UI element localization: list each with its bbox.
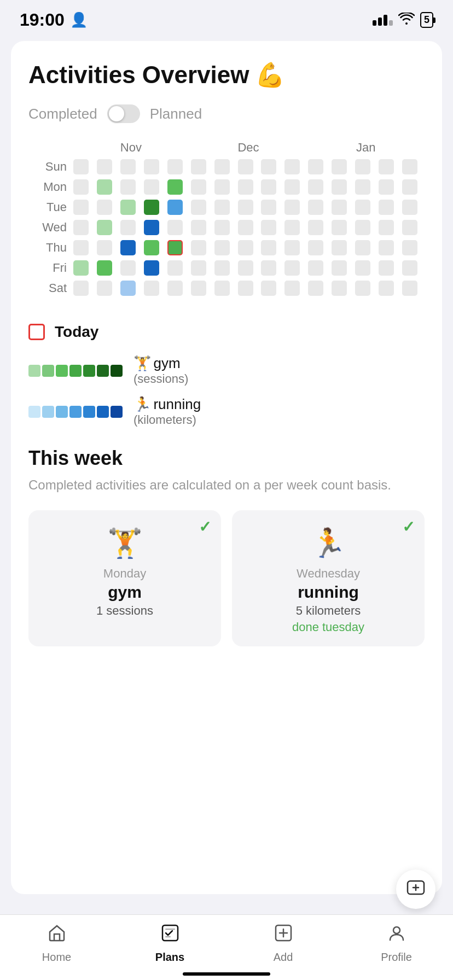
- signal-bars: [373, 15, 393, 26]
- activity-cards: ✓ 🏋️ Monday gym 1 sessions ✓ 🏃 Wednesday…: [28, 510, 425, 646]
- cal-row-sat: Sat: [28, 279, 425, 297]
- toggle-right-label: Planned: [150, 106, 202, 122]
- cal-row-fri: Fri: [28, 259, 425, 277]
- legend-gym: 🏋️ gym (sessions): [28, 355, 425, 386]
- nav-label-plans: Plans: [155, 951, 184, 964]
- gym-card-detail: 1 sessions: [96, 604, 153, 618]
- title-emoji: 💪: [255, 61, 285, 89]
- legend-running: 🏃 running (kilometers): [28, 396, 425, 427]
- nav-item-profile[interactable]: Profile: [340, 923, 453, 964]
- battery-icon: 5: [420, 12, 433, 28]
- plans-icon: [160, 923, 180, 948]
- calendar-section: Nov Dec Jan Sun Mon: [28, 141, 425, 297]
- nav-item-home[interactable]: Home: [0, 923, 113, 964]
- gym-card-emoji: 🏋️: [107, 527, 143, 560]
- this-week-title: This week: [28, 447, 425, 470]
- cal-row-tue: Tue: [28, 199, 425, 216]
- legend-today: Today: [28, 323, 425, 341]
- nav-label-profile: Profile: [381, 951, 412, 964]
- nav-label-add: Add: [274, 951, 293, 964]
- add-icon: [274, 923, 293, 948]
- status-time: 19:00: [20, 10, 65, 30]
- check-icon-gym: ✓: [199, 518, 211, 536]
- month-nov: Nov: [72, 141, 190, 155]
- nav-item-add[interactable]: Add: [226, 923, 340, 964]
- gym-card-day: Monday: [103, 567, 146, 581]
- activity-card-running[interactable]: ✓ 🏃 Wednesday running 5 kilometers done …: [232, 510, 425, 646]
- today-indicator-box: [28, 324, 45, 340]
- running-legend-bar: [28, 406, 123, 418]
- running-card-name: running: [298, 583, 359, 602]
- running-card-emoji: 🏃: [311, 527, 346, 560]
- cal-row-sun: Sun: [28, 158, 425, 176]
- toggle-switch[interactable]: [107, 104, 140, 123]
- activity-card-gym[interactable]: ✓ 🏋️ Monday gym 1 sessions: [28, 510, 221, 646]
- month-jan: Jan: [307, 141, 425, 155]
- toggle-thumb: [109, 106, 124, 121]
- profile-icon: [387, 923, 406, 948]
- running-legend-text: 🏃 running (kilometers): [133, 396, 201, 427]
- toggle-left-label: Completed: [28, 106, 97, 122]
- gym-card-name: gym: [108, 583, 142, 602]
- this-week-section: This week Completed activities are calcu…: [28, 447, 425, 646]
- toggle-row: Completed Planned: [28, 104, 425, 123]
- today-label: Today: [55, 323, 98, 341]
- month-dec: Dec: [190, 141, 307, 155]
- wifi-icon: [398, 13, 415, 28]
- cal-row-mon: Mon: [28, 178, 425, 196]
- status-icons: 5: [373, 12, 433, 28]
- running-card-done: done tuesday: [292, 620, 364, 634]
- nav-item-plans[interactable]: Plans: [113, 923, 226, 964]
- running-card-day: Wednesday: [297, 567, 360, 581]
- home-icon: [47, 923, 67, 948]
- cal-row-thu: Thu: [28, 239, 425, 256]
- fab-icon: [406, 878, 426, 901]
- gym-legend-bar: [28, 365, 123, 377]
- running-card-detail: 5 kilometers: [296, 604, 361, 618]
- bottom-nav: Home Plans Add Profile: [0, 914, 453, 980]
- page-title: Activities Overview 💪: [28, 61, 425, 89]
- person-icon: 👤: [70, 11, 88, 28]
- fab-button[interactable]: [396, 870, 435, 909]
- nav-label-home: Home: [42, 951, 71, 964]
- svg-point-3: [393, 927, 400, 934]
- calendar-month-header: Nov Dec Jan: [28, 141, 425, 155]
- home-indicator: [183, 972, 270, 976]
- legend-section: Today 🏋️ gym (sessions): [28, 323, 425, 427]
- gym-legend-text: 🏋️ gym (sessions): [133, 355, 188, 386]
- cal-row-wed: Wed: [28, 219, 425, 236]
- this-week-desc: Completed activities are calculated on a…: [28, 475, 425, 495]
- check-icon-running: ✓: [402, 518, 415, 536]
- main-card: Activities Overview 💪 Completed Planned …: [11, 41, 442, 894]
- status-bar: 19:00 👤 5: [0, 0, 453, 36]
